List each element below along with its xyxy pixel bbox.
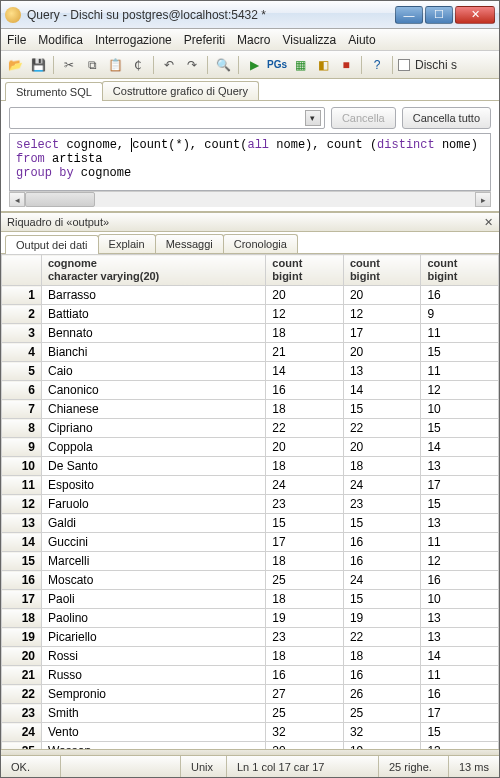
cell-cognome[interactable]: Vento	[42, 723, 266, 742]
row-header[interactable]: 25	[2, 742, 42, 749]
menu-view[interactable]: Visualizza	[282, 33, 336, 47]
execute-icon[interactable]: ▶	[244, 55, 264, 75]
cell-cognome[interactable]: Rossi	[42, 647, 266, 666]
scroll-right-icon[interactable]: ▸	[475, 192, 491, 207]
row-header[interactable]: 19	[2, 628, 42, 647]
cell-count[interactable]: 11	[421, 362, 499, 381]
table-row[interactable]: 5Caio141311	[2, 362, 499, 381]
cell-cognome[interactable]: Bennato	[42, 324, 266, 343]
tab-output-data[interactable]: Output dei dati	[5, 235, 99, 254]
table-row[interactable]: 11Esposito242417	[2, 476, 499, 495]
table-row[interactable]: 7Chianese181510	[2, 400, 499, 419]
cell-cognome[interactable]: Wesson	[42, 742, 266, 749]
cell-count[interactable]: 16	[343, 552, 421, 571]
cell-count[interactable]: 16	[266, 666, 344, 685]
cell-count[interactable]: 13	[421, 628, 499, 647]
table-row[interactable]: 8Cipriano222215	[2, 419, 499, 438]
scroll-thumb[interactable]	[25, 192, 95, 207]
cell-count[interactable]: 16	[343, 533, 421, 552]
cell-count[interactable]: 15	[266, 514, 344, 533]
cell-count[interactable]: 15	[343, 590, 421, 609]
row-header[interactable]: 20	[2, 647, 42, 666]
save-icon[interactable]: 💾	[28, 55, 48, 75]
row-header[interactable]: 4	[2, 343, 42, 362]
table-row[interactable]: 24Vento323215	[2, 723, 499, 742]
cancel-exec-icon[interactable]: ■	[336, 55, 356, 75]
cell-count[interactable]: 32	[343, 723, 421, 742]
cut-icon[interactable]: ✂	[59, 55, 79, 75]
col-header-cognome[interactable]: cognomecharacter varying(20)	[42, 255, 266, 286]
delete-button[interactable]: Cancella	[331, 107, 396, 129]
table-row[interactable]: 14Guccini171611	[2, 533, 499, 552]
table-row[interactable]: 23Smith252517	[2, 704, 499, 723]
cell-count[interactable]: 14	[421, 438, 499, 457]
cell-count[interactable]: 23	[266, 628, 344, 647]
row-header[interactable]: 21	[2, 666, 42, 685]
row-header[interactable]: 1	[2, 286, 42, 305]
row-header[interactable]: 9	[2, 438, 42, 457]
menu-query[interactable]: Interrogazione	[95, 33, 172, 47]
cell-cognome[interactable]: Guccini	[42, 533, 266, 552]
cell-count[interactable]: 13	[421, 514, 499, 533]
find-icon[interactable]: 🔍	[213, 55, 233, 75]
row-header[interactable]: 24	[2, 723, 42, 742]
cell-cognome[interactable]: Bianchi	[42, 343, 266, 362]
cell-count[interactable]: 20	[266, 286, 344, 305]
cell-count[interactable]: 18	[266, 400, 344, 419]
help-icon[interactable]: ?	[367, 55, 387, 75]
cell-count[interactable]: 14	[266, 362, 344, 381]
clear-icon[interactable]: ₵	[128, 55, 148, 75]
tab-messages[interactable]: Messaggi	[155, 234, 224, 253]
delete-all-button[interactable]: Cancella tutto	[402, 107, 491, 129]
cell-count[interactable]: 10	[421, 590, 499, 609]
cell-count[interactable]: 12	[421, 552, 499, 571]
row-header[interactable]: 6	[2, 381, 42, 400]
row-header[interactable]: 17	[2, 590, 42, 609]
cell-count[interactable]: 22	[343, 628, 421, 647]
cell-count[interactable]: 16	[343, 666, 421, 685]
cell-cognome[interactable]: Russo	[42, 666, 266, 685]
cell-count[interactable]: 25	[343, 704, 421, 723]
cell-count[interactable]: 17	[343, 324, 421, 343]
row-header[interactable]: 10	[2, 457, 42, 476]
table-row[interactable]: 4Bianchi212015	[2, 343, 499, 362]
cell-count[interactable]: 12	[343, 305, 421, 324]
cell-cognome[interactable]: Faruolo	[42, 495, 266, 514]
cell-count[interactable]: 17	[266, 533, 344, 552]
history-combo[interactable]: ▾	[9, 107, 325, 129]
cell-count[interactable]: 13	[421, 457, 499, 476]
row-header[interactable]: 12	[2, 495, 42, 514]
tab-history[interactable]: Cronologia	[223, 234, 298, 253]
cell-count[interactable]: 16	[421, 286, 499, 305]
cell-count[interactable]: 9	[421, 305, 499, 324]
scroll-track[interactable]	[25, 192, 475, 207]
cell-count[interactable]: 15	[421, 419, 499, 438]
open-icon[interactable]: 📂	[5, 55, 25, 75]
table-row[interactable]: 2Battiato12129	[2, 305, 499, 324]
table-row[interactable]: 16Moscato252416	[2, 571, 499, 590]
cell-cognome[interactable]: Marcelli	[42, 552, 266, 571]
row-header[interactable]: 8	[2, 419, 42, 438]
cell-cognome[interactable]: Barrasso	[42, 286, 266, 305]
col-header-count1[interactable]: countbigint	[266, 255, 344, 286]
cell-count[interactable]: 15	[421, 343, 499, 362]
cell-cognome[interactable]: Paoli	[42, 590, 266, 609]
pane-close-icon[interactable]: ✕	[481, 215, 495, 229]
table-row[interactable]: 21Russo161611	[2, 666, 499, 685]
cell-cognome[interactable]: Moscato	[42, 571, 266, 590]
cell-count[interactable]: 19	[266, 609, 344, 628]
row-header[interactable]: 13	[2, 514, 42, 533]
cell-count[interactable]: 18	[266, 324, 344, 343]
col-header-count3[interactable]: countbigint	[421, 255, 499, 286]
paste-icon[interactable]: 📋	[105, 55, 125, 75]
close-button[interactable]: ✕	[455, 6, 495, 24]
titlebar[interactable]: Query - Dischi su postgres@localhost:543…	[1, 1, 499, 29]
cell-count[interactable]: 11	[421, 533, 499, 552]
table-row[interactable]: 15Marcelli181612	[2, 552, 499, 571]
cell-count[interactable]: 19	[343, 609, 421, 628]
cell-count[interactable]: 25	[266, 571, 344, 590]
editor-hscrollbar[interactable]: ◂ ▸	[9, 191, 491, 207]
cell-count[interactable]: 18	[343, 647, 421, 666]
cell-count[interactable]: 18	[266, 457, 344, 476]
cell-count[interactable]: 18	[266, 552, 344, 571]
